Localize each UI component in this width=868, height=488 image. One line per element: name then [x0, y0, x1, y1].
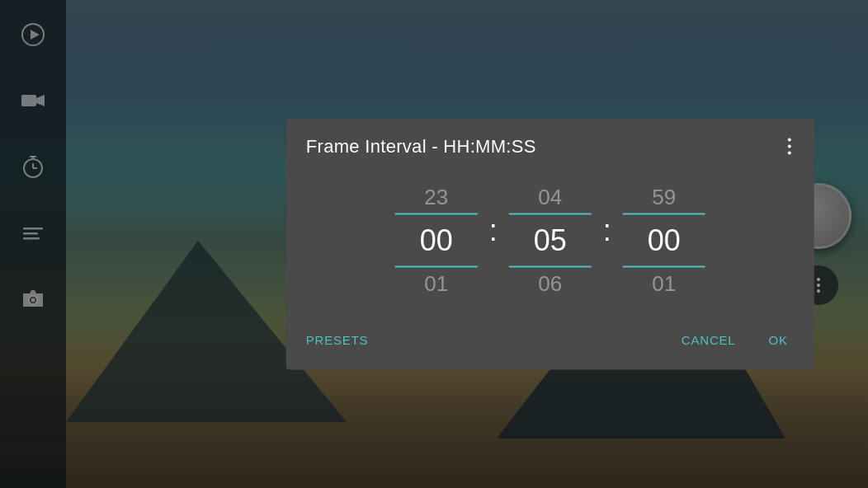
minutes-underline-bottom [509, 266, 592, 268]
minutes-current[interactable]: 05 [534, 214, 567, 268]
dialog-header: Frame Interval - HH:MM:SS [286, 119, 814, 171]
hours-underline-bottom [395, 266, 478, 268]
minutes-underline-top [509, 214, 592, 215]
hours-current-wrapper: 00 [387, 214, 486, 268]
seconds-underline-top [623, 214, 705, 215]
minutes-column: 04 05 06 [501, 178, 600, 303]
separator-1: : [486, 214, 501, 248]
frame-interval-dialog: Frame Interval - HH:MM:SS 23 00 01 : 04 … [286, 119, 814, 370]
hours-column: 23 00 01 [387, 178, 486, 303]
presets-button[interactable]: PRESETS [300, 323, 375, 357]
minutes-next[interactable]: 06 [538, 268, 562, 303]
dialog-more-button[interactable] [785, 135, 795, 158]
minutes-current-wrapper: 05 [501, 214, 600, 268]
dialog-right-buttons: CANCEL OK [668, 323, 801, 357]
seconds-column: 59 00 01 [615, 178, 714, 303]
seconds-next[interactable]: 01 [652, 268, 676, 303]
separator-2: : [600, 214, 615, 248]
dialog-title: Frame Interval - HH:MM:SS [306, 136, 536, 157]
seconds-prev[interactable]: 59 [652, 178, 676, 214]
hours-next[interactable]: 01 [424, 268, 448, 303]
dialog-actions: PRESETS CANCEL OK [286, 317, 814, 370]
hours-underline-top [395, 214, 478, 215]
more-dot2 [788, 145, 791, 148]
more-dot1 [788, 138, 791, 142]
seconds-current-wrapper: 00 [615, 214, 714, 268]
seconds-underline-bottom [623, 266, 705, 268]
seconds-current[interactable]: 00 [648, 214, 681, 268]
hours-current[interactable]: 00 [420, 214, 453, 268]
ok-button[interactable]: OK [756, 323, 801, 357]
minutes-prev[interactable]: 04 [538, 178, 562, 214]
time-picker: 23 00 01 : 04 05 06 : 59 [286, 171, 814, 317]
hours-prev[interactable]: 23 [424, 178, 448, 214]
cancel-button[interactable]: CANCEL [668, 323, 749, 357]
more-dot3 [788, 152, 791, 155]
